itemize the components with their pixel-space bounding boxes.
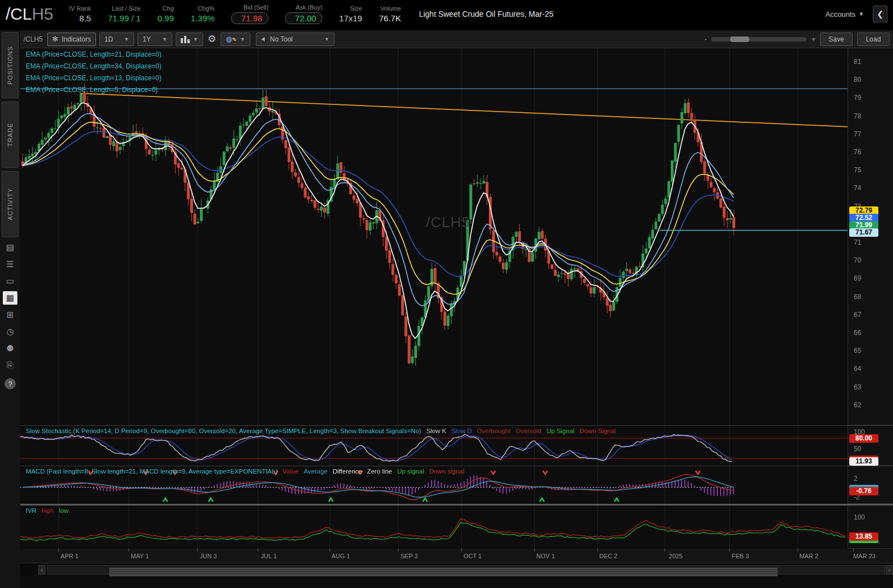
history-clock-icon[interactable]: ◷: [3, 325, 17, 338]
indicators-button[interactable]: ✻ Indicators: [47, 33, 96, 46]
macd-panel: MACD (Fast length=8, Slow length=21, MAC…: [20, 466, 893, 504]
export-window-icon[interactable]: ⎘: [3, 359, 17, 372]
quote-field-label: Last / Size: [112, 5, 140, 12]
scrollbar-thumb[interactable]: [109, 568, 777, 576]
ema-label-1: EMA (Price=CLOSE, Length=34, Displace=0): [26, 62, 162, 74]
quote-field-label: IV Rank: [69, 5, 91, 12]
quote-field-label: Ask (Buy): [296, 4, 323, 11]
help-icon[interactable]: ?: [4, 378, 16, 389]
cursor-icon: ➤: [259, 35, 268, 43]
quote-field-value[interactable]: 71.98: [231, 12, 268, 24]
price-tick-label: 80: [854, 76, 861, 84]
quote-field-ask-buy[interactable]: Ask (Buy)72.00: [285, 4, 322, 24]
sidebar-tab-trade[interactable]: TRADE: [2, 102, 19, 168]
time-tick-label: JUL 1: [261, 553, 277, 559]
time-tick: [461, 549, 462, 552]
macd-bubble: -0.76: [849, 487, 878, 495]
accounts-menu[interactable]: Accounts ▼ ❮: [826, 6, 887, 22]
quote-field-value: 76.7K: [379, 13, 401, 23]
time-tick-label: DEC 2: [599, 553, 617, 559]
charts-icon[interactable]: ▦: [3, 291, 17, 305]
quote-field-value: 17x19: [339, 13, 362, 23]
collapse-panel-button[interactable]: ❮: [873, 6, 887, 22]
quote-header: /CLH5 IV Rank8.5Last / Size71.99 / 1Chg0…: [0, 0, 893, 30]
legend-item: Slow K: [426, 428, 446, 434]
price-tick-label: 70: [854, 256, 861, 264]
quote-fields: IV Rank8.5Last / Size71.99 / 1Chg0.99Chg…: [69, 4, 418, 24]
scroll-right-button[interactable]: ›: [886, 565, 893, 575]
sidebar-tab-activity[interactable]: ACTIVITY: [2, 171, 19, 237]
legend-item: Difference: [333, 468, 362, 475]
range-value: 1Y: [143, 35, 151, 43]
zoom-in-button[interactable]: +: [811, 35, 816, 43]
ema-label-2: EMA (Price=CLOSE, Length=13, Displace=0): [26, 74, 162, 86]
symbol-base: /CL: [6, 4, 32, 23]
time-tick-label: MAR 23: [853, 553, 876, 559]
save-button[interactable]: Save: [820, 33, 853, 46]
community-icon[interactable]: ⚉: [3, 342, 17, 355]
chart-type-dropdown[interactable]: ▼: [176, 33, 203, 46]
price-tick-label: 69: [854, 274, 861, 282]
active-tool-dropdown[interactable]: ➤ No Tool ▼: [256, 33, 335, 46]
price-tick-label: 76: [854, 148, 861, 156]
symbol-watermark: /CLH5: [426, 214, 470, 231]
time-tick-label: MAR 2: [799, 553, 818, 559]
time-tick-label: SEP 3: [401, 553, 418, 559]
drawing-tools-dropdown[interactable]: ◍✎ ▼: [221, 33, 250, 46]
price-tick-label: 67: [854, 311, 861, 319]
chart-settings-gear-icon[interactable]: ⚙: [208, 33, 216, 45]
range-dropdown[interactable]: 1Y ▼: [138, 33, 172, 46]
quote-field-chg: Chg0.99: [158, 5, 174, 23]
load-button[interactable]: Load: [857, 33, 890, 46]
price-tick-label: 74: [854, 184, 861, 192]
quote-field-bid-sell[interactable]: Bid (Sell)71.98: [231, 4, 268, 24]
legend-item: Overbought: [477, 428, 511, 434]
drawing-tools-icon: ◍✎: [226, 35, 237, 43]
timeframe-dropdown[interactable]: 1D ▼: [99, 33, 134, 46]
zoom-slider[interactable]: [711, 37, 807, 42]
active-tool-label: No Tool: [270, 35, 292, 43]
time-tick-label: NOV 1: [536, 553, 555, 559]
scroll-left-button[interactable]: ‹: [38, 565, 45, 575]
quote-field-value[interactable]: 72.00: [285, 12, 322, 24]
time-tick-label: AUG 1: [331, 553, 350, 559]
scrollbar-track[interactable]: [47, 565, 885, 575]
chevron-down-icon: ▼: [240, 36, 245, 42]
left-sidebar: POSITIONSTRADEACTIVITY▤☰▭▦⊞◷⚉⎘?: [0, 30, 20, 588]
ema-label-3: EMA (Price=CLOSE, Length=5, Displace=0): [26, 86, 162, 98]
price-chart-panel: EMA (Price=CLOSE, Length=21, Displace=0)…: [20, 48, 893, 425]
zoom-out-button[interactable]: -: [704, 35, 707, 43]
ivr-canvas[interactable]: [20, 506, 848, 549]
price-tick-label: 65: [854, 347, 861, 355]
symbol-title: /CLH5: [6, 4, 53, 24]
media-player-icon[interactable]: ▭: [3, 274, 17, 288]
price-tick-label: 81: [854, 58, 861, 66]
time-tick: [798, 549, 798, 552]
quote-monitor-icon[interactable]: ▤: [3, 241, 17, 254]
legend-item: Down signal: [429, 468, 465, 475]
zoom-slider-thumb[interactable]: [730, 36, 749, 42]
timeframe-value: 1D: [104, 35, 113, 43]
stochastic-panel: Slow Stochastic (K Period=14, D Period=9…: [20, 425, 893, 466]
time-tick: [129, 549, 129, 552]
stochastic-axis: 1005080.0011.93: [848, 426, 893, 465]
price-tick-label: 78: [854, 112, 861, 120]
time-tick-label: OCT 1: [464, 553, 482, 559]
stoch-bubble: 11.93: [849, 457, 878, 466]
time-tick: [58, 549, 59, 552]
quote-field-iv-rank: IV Rank8.5: [69, 5, 91, 23]
time-tick-label: FEB 3: [732, 553, 749, 559]
price-chart-canvas[interactable]: [20, 48, 848, 425]
legend-item: Up signal: [397, 468, 424, 475]
time-tick-label: JUN 3: [200, 553, 217, 559]
dashboard-grid-icon[interactable]: ⊞: [3, 308, 17, 321]
chevron-down-icon: ▼: [124, 36, 129, 42]
ivr-axis: 10013.85: [848, 506, 893, 548]
watchlist-icon[interactable]: ☰: [3, 258, 17, 271]
price-tick-label: 75: [854, 166, 861, 174]
ivr-legend: IVRhighlow: [26, 507, 68, 514]
sidebar-tab-positions[interactable]: POSITIONS: [2, 32, 19, 98]
indicators-label: Indicators: [62, 35, 91, 43]
price-tick-label: 68: [854, 293, 861, 301]
quote-field-label: Bid (Sell): [244, 4, 269, 11]
